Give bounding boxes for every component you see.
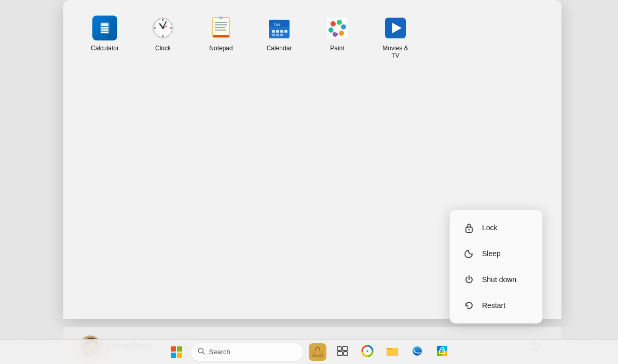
power-menu-shutdown[interactable]: Shut down (453, 267, 539, 292)
app-clock[interactable]: Clock (142, 10, 184, 63)
svg-rect-68 (387, 349, 398, 356)
taskbar-search[interactable]: Search (190, 343, 304, 361)
app-calculator-label: Calculator (91, 45, 119, 52)
paint-icon (324, 15, 351, 41)
svg-text:Oct: Oct (274, 22, 280, 27)
app-calendar[interactable]: Oct Calendar (258, 10, 300, 63)
app-clock-label: Clock (155, 45, 171, 52)
explorer-icon (386, 345, 399, 359)
app-notepad[interactable]: Notepad (200, 10, 242, 63)
svg-rect-3 (104, 27, 106, 29)
power-menu-restart[interactable]: Restart (453, 293, 539, 318)
store-icon (436, 345, 448, 359)
svg-point-43 (341, 24, 346, 30)
taskbar-store[interactable] (431, 341, 454, 363)
taskbar-start-button[interactable] (165, 341, 188, 363)
taskbar-copilot[interactable] (356, 341, 379, 363)
svg-rect-37 (276, 34, 279, 36)
power-menu-sleep[interactable]: Sleep (453, 241, 539, 266)
svg-rect-24 (215, 22, 227, 23)
svg-rect-27 (215, 30, 226, 31)
sleep-label: Sleep (482, 249, 501, 258)
svg-rect-2 (101, 27, 104, 29)
app-movies[interactable]: Movies & TV (375, 10, 416, 63)
restart-label: Restart (482, 301, 505, 310)
svg-rect-5 (101, 30, 104, 31)
taskbar-task-view[interactable] (331, 341, 354, 363)
svg-rect-38 (280, 34, 283, 36)
sleep-icon (463, 248, 475, 259)
svg-rect-28 (219, 17, 223, 19)
taskbar-edge[interactable] (406, 341, 429, 363)
power-menu-lock[interactable]: Lock (453, 215, 539, 240)
lock-label: Lock (482, 223, 498, 232)
movies-icon (382, 15, 409, 41)
svg-rect-1 (101, 23, 108, 26)
restart-icon (463, 300, 475, 311)
svg-rect-10 (106, 32, 108, 33)
clock-icon (149, 15, 176, 41)
shutdown-label: Shut down (482, 275, 516, 284)
lock-icon (463, 222, 475, 233)
app-movies-label: Movies & TV (379, 45, 412, 59)
svg-rect-23 (213, 35, 229, 37)
svg-rect-7 (106, 30, 108, 31)
briefcase-icon (309, 343, 326, 361)
notepad-icon (208, 15, 235, 41)
svg-point-55 (469, 229, 470, 231)
taskbar: Search (0, 339, 618, 364)
app-calendar-label: Calendar (267, 45, 292, 52)
svg-rect-69 (387, 348, 392, 349)
taskbar-file-explorer[interactable] (381, 341, 404, 363)
svg-point-47 (334, 26, 340, 32)
edge-icon (411, 345, 423, 359)
svg-point-41 (331, 21, 336, 26)
app-paint-label: Paint (330, 45, 344, 52)
copilot-icon (361, 345, 374, 359)
svg-rect-35 (284, 30, 287, 33)
svg-point-20 (162, 27, 164, 29)
svg-rect-25 (215, 24, 227, 25)
svg-rect-33 (276, 30, 279, 33)
taskbar-work-app[interactable] (306, 341, 329, 363)
svg-rect-26 (215, 27, 225, 28)
taskview-icon (337, 346, 348, 358)
svg-rect-63 (337, 352, 342, 356)
svg-rect-6 (104, 30, 106, 31)
power-menu: Lock Sleep Shut down Restart (449, 209, 543, 324)
svg-rect-34 (280, 30, 283, 33)
svg-rect-36 (272, 34, 275, 36)
calendar-icon: Oct (266, 15, 293, 41)
svg-rect-9 (104, 32, 106, 33)
svg-point-42 (337, 20, 342, 25)
svg-rect-64 (344, 352, 348, 356)
svg-rect-60 (316, 353, 319, 354)
app-paint[interactable]: Paint (317, 10, 358, 63)
app-calculator[interactable]: Calculator (84, 10, 126, 63)
calculator-icon (91, 15, 118, 41)
shutdown-icon (463, 274, 475, 285)
svg-rect-32 (272, 30, 275, 33)
svg-rect-61 (337, 346, 341, 351)
svg-line-57 (202, 353, 204, 355)
svg-rect-8 (101, 32, 104, 33)
svg-rect-4 (106, 27, 108, 29)
search-icon (198, 347, 205, 356)
app-notepad-label: Notepad (209, 45, 232, 52)
search-label: Search (209, 348, 230, 356)
svg-rect-62 (342, 346, 348, 351)
apps-grid: Calculator (63, 0, 561, 63)
windows-logo (171, 346, 182, 358)
